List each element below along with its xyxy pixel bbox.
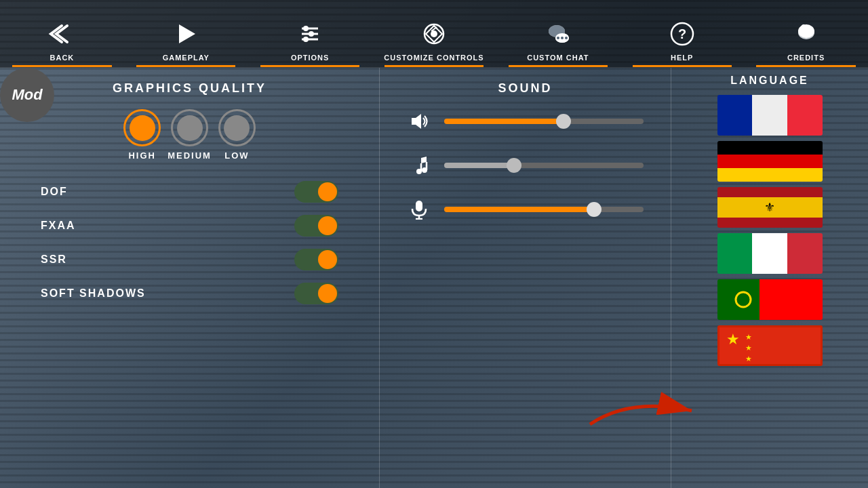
chat-icon <box>541 17 575 51</box>
quality-high-label: HIGH <box>128 150 156 161</box>
master-volume-track[interactable] <box>444 119 644 124</box>
mod-badge-text: Mod <box>12 86 42 104</box>
nav-help-label: HELP <box>671 54 693 62</box>
controls-icon <box>417 17 451 51</box>
soft-shadows-label: SOFT SHADOWS <box>41 287 146 300</box>
quality-buttons: HIGH MEDIUM LOW <box>27 109 352 161</box>
graphics-panel: GRAPHICS QUALITY HIGH MEDIUM LOW <box>0 68 380 488</box>
quality-medium-inner <box>177 115 203 141</box>
fxaa-toggle[interactable] <box>294 215 338 237</box>
soft-shadows-row: SOFT SHADOWS <box>27 283 352 304</box>
mod-badge: Mod <box>0 68 54 122</box>
svg-point-27 <box>422 167 427 173</box>
flag-italy[interactable] <box>717 233 823 274</box>
quality-low[interactable]: LOW <box>218 109 256 161</box>
music-volume-fill <box>444 163 514 168</box>
svg-point-4 <box>303 26 309 31</box>
nav-custom-chat-label: CUSTOM CHAT <box>527 54 589 62</box>
mic-icon <box>407 197 431 221</box>
nav-credits-label: CREDITS <box>787 54 825 62</box>
master-volume-knob[interactable] <box>556 114 571 129</box>
back-icon <box>45 17 79 51</box>
quality-high[interactable]: HIGH <box>123 109 161 161</box>
fxaa-knob <box>318 216 337 235</box>
svg-rect-28 <box>416 201 422 211</box>
nav-gameplay-label: GAMEPLAY <box>163 54 210 62</box>
quality-high-circle <box>123 109 161 146</box>
sound-panel: SOUND <box>380 68 671 488</box>
nav-options[interactable]: OPTIONS <box>248 17 372 67</box>
dof-label: DOF <box>41 186 68 198</box>
flag-france[interactable] <box>717 95 823 136</box>
svg-point-5 <box>309 31 314 37</box>
fxaa-label: FXAA <box>41 220 76 232</box>
nav-credits[interactable]: CREDITS <box>744 17 868 67</box>
speaker-icon <box>407 109 431 133</box>
flag-portugal[interactable] <box>717 279 823 320</box>
svg-marker-0 <box>179 24 195 43</box>
ssr-knob <box>318 250 337 269</box>
svg-point-6 <box>303 37 309 42</box>
quality-medium-circle <box>171 109 208 146</box>
graphics-title: GRAPHICS QUALITY <box>27 81 352 96</box>
nav-custom-chat[interactable]: CUSTOM CHAT <box>496 17 620 67</box>
ssr-row: SSR <box>27 249 352 270</box>
ssr-toggle[interactable] <box>294 249 338 270</box>
mic-volume-track[interactable] <box>444 207 644 212</box>
quality-medium[interactable]: MEDIUM <box>167 109 212 161</box>
master-volume-row <box>407 109 644 133</box>
top-navigation: BACK GAMEPLAY OPTIONS <box>0 0 868 68</box>
master-volume-fill <box>444 119 564 124</box>
flag-spain[interactable]: ⚜ <box>717 187 823 228</box>
dof-row: DOF <box>27 181 352 203</box>
language-title: LANGUAGE <box>685 75 854 87</box>
quality-high-inner <box>130 115 155 141</box>
main-content: GRAPHICS QUALITY HIGH MEDIUM LOW <box>0 68 868 488</box>
nav-back-label: BACK <box>50 54 75 62</box>
svg-point-14 <box>557 37 559 39</box>
nav-options-label: OPTIONS <box>291 54 330 62</box>
svg-point-22 <box>800 24 807 35</box>
dof-toggle[interactable] <box>294 181 338 203</box>
music-volume-track[interactable] <box>444 163 644 168</box>
nav-help[interactable]: ? HELP <box>620 17 744 67</box>
svg-point-16 <box>565 37 568 39</box>
music-icon <box>407 153 431 177</box>
svg-point-26 <box>416 169 422 174</box>
nav-back[interactable]: BACK <box>0 17 124 67</box>
options-icon <box>293 17 327 51</box>
quality-low-label: LOW <box>224 150 249 161</box>
help-icon: ? <box>665 17 699 51</box>
quality-low-inner <box>224 115 250 141</box>
flag-germany[interactable] <box>717 141 823 182</box>
mic-volume-row <box>407 197 644 221</box>
music-volume-knob[interactable] <box>507 158 521 173</box>
svg-marker-23 <box>412 114 421 129</box>
flag-china[interactable]: ★ ★ ★ ★ ★ <box>717 325 823 366</box>
language-panel: LANGUAGE ⚜ <box>671 68 868 488</box>
credits-icon <box>789 17 823 51</box>
gameplay-icon <box>169 17 203 51</box>
nav-customize-controls-label: CUSTOMIZE CONTROLS <box>384 54 484 62</box>
soft-shadows-toggle[interactable] <box>294 283 338 304</box>
quality-low-circle <box>218 109 256 146</box>
svg-text:?: ? <box>678 26 686 41</box>
dof-knob <box>318 182 337 201</box>
music-volume-row <box>407 153 644 177</box>
fxaa-row: FXAA <box>27 215 352 237</box>
mic-volume-knob[interactable] <box>587 202 601 217</box>
nav-customize-controls[interactable]: CUSTOMIZE CONTROLS <box>372 17 496 67</box>
mic-volume-fill <box>444 207 594 212</box>
nav-gameplay[interactable]: GAMEPLAY <box>124 17 248 67</box>
ssr-label: SSR <box>41 253 67 266</box>
soft-shadows-knob <box>318 284 337 303</box>
quality-medium-label: MEDIUM <box>167 150 212 161</box>
sound-title: SOUND <box>407 81 644 96</box>
svg-point-15 <box>561 37 564 39</box>
